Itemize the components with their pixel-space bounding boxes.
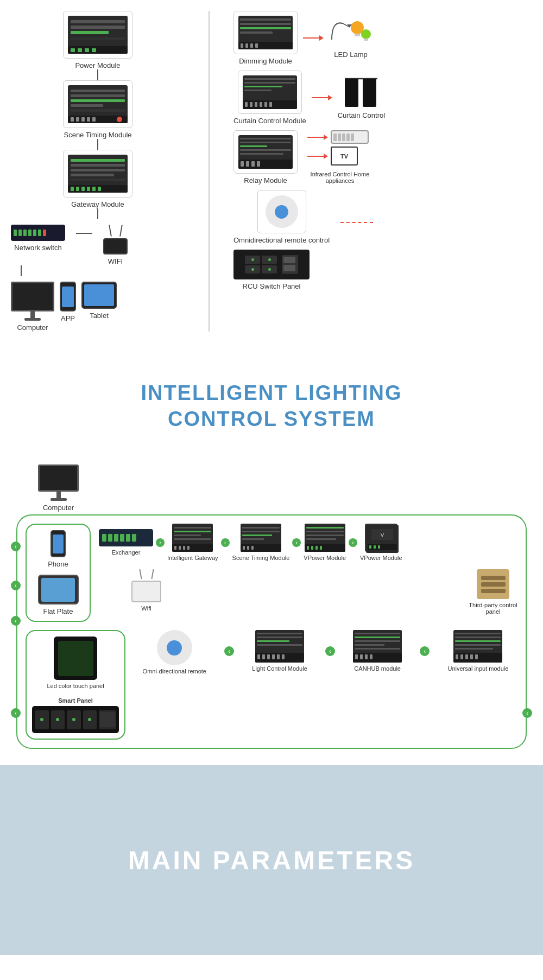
svg-rect-125 xyxy=(282,654,285,659)
outer-green-box: › › ‹ ‹ ‹ Phone xyxy=(16,514,527,749)
svg-rect-38 xyxy=(240,23,291,25)
svg-rect-45 xyxy=(255,43,258,48)
svg-rect-118 xyxy=(257,644,302,646)
svg-point-22 xyxy=(117,117,122,122)
arrow-to-tv xyxy=(307,154,328,159)
svg-text:V: V xyxy=(381,532,384,538)
svg-rect-140 xyxy=(455,640,501,642)
dimming-label: Dimming Module xyxy=(239,57,292,65)
led-color-panel-icon xyxy=(54,637,97,680)
svg-rect-53 xyxy=(244,78,295,80)
ac-row xyxy=(307,130,372,144)
svg-rect-20 xyxy=(87,117,90,122)
canhub-icon xyxy=(353,630,402,663)
svg-rect-6 xyxy=(71,48,75,52)
svg-rect-83 xyxy=(172,544,213,552)
svg-rect-62 xyxy=(264,102,267,107)
led-color-panel-item: Led color touch panel xyxy=(47,637,104,689)
svg-rect-42 xyxy=(241,43,243,48)
arrow-1: › xyxy=(156,538,165,547)
svg-rect-138 xyxy=(455,633,501,634)
ac-icon xyxy=(331,130,369,144)
svg-rect-147 xyxy=(470,654,473,659)
svg-point-48 xyxy=(361,29,371,39)
v-connector-1 xyxy=(97,69,98,80)
svg-rect-102 xyxy=(305,544,345,552)
svg-rect-79 xyxy=(174,527,211,529)
svg-rect-12 xyxy=(71,94,125,97)
svg-rect-17 xyxy=(71,117,74,122)
arrow-3: › xyxy=(292,538,301,547)
smart-panel-title: Smart Panel xyxy=(58,697,93,704)
svg-rect-81 xyxy=(174,534,201,536)
app-item: APP xyxy=(60,282,76,322)
svg-rect-148 xyxy=(475,654,478,659)
svg-rect-28 xyxy=(71,179,125,181)
svg-rect-113 xyxy=(378,545,380,549)
uni-mod-item: Universal input module xyxy=(448,630,509,672)
arrow-to-ac xyxy=(307,135,328,140)
devices-main-row: Exchanger › xyxy=(99,524,517,561)
omni-ild-label: Omni-directional remote xyxy=(143,668,206,674)
v-connector-4 xyxy=(21,265,22,276)
rcu-item: RCU Switch Panel xyxy=(233,250,310,290)
tp-panel-item: Third-party control panel xyxy=(469,569,517,615)
right-content-area: Exchanger › xyxy=(99,524,517,615)
svg-rect-101 xyxy=(306,538,336,540)
omni-ild-icon xyxy=(157,630,192,665)
svg-rect-32 xyxy=(81,187,85,191)
svg-rect-89 xyxy=(242,527,280,529)
smart-panel-icon xyxy=(32,706,119,733)
scene-timing-img xyxy=(63,80,132,128)
wifi-router-icon xyxy=(131,569,161,602)
bottom-left-subgroup: Led color touch panel Smart Panel xyxy=(26,630,125,740)
phone-ild-icon xyxy=(50,530,66,557)
scene-timing-item: Scene Timing Module xyxy=(11,80,185,139)
svg-rect-98 xyxy=(306,527,344,529)
exchanger-icon xyxy=(99,529,153,546)
inner-layout: Phone Flat Plate xyxy=(26,524,517,622)
vpower2-icon: V xyxy=(365,524,397,552)
svg-rect-74 xyxy=(241,161,244,167)
svg-rect-122 xyxy=(267,654,270,659)
curtain-output: Curtain Control xyxy=(338,76,385,119)
omni-img-wrap xyxy=(257,190,306,233)
bottom-section: Led color touch panel Smart Panel xyxy=(26,630,517,740)
clients-row: Computer APP Tablet xyxy=(11,282,185,332)
svg-rect-71 xyxy=(240,149,291,151)
nav-circle-left-mid: › xyxy=(11,581,21,590)
svg-rect-142 xyxy=(455,648,493,650)
tablet-label: Tablet xyxy=(90,311,109,320)
svg-rect-8 xyxy=(85,48,89,52)
svg-rect-82 xyxy=(174,538,211,540)
smart-panel-item: Smart Panel xyxy=(32,695,119,733)
nav-circle-left-bot: ‹ xyxy=(11,616,21,626)
relay-row: Relay Module xyxy=(233,130,532,184)
omni-ild-item: Omni-directional remote xyxy=(143,630,206,674)
uni-mod-icon xyxy=(453,630,502,663)
gateway-module-img xyxy=(63,150,132,198)
svg-rect-86 xyxy=(183,546,185,550)
svg-rect-103 xyxy=(307,546,309,550)
arrow-to-lamp xyxy=(303,35,324,41)
svg-rect-80 xyxy=(174,531,211,532)
dotted-line xyxy=(340,222,373,223)
gateway-module-item: Gateway Module xyxy=(11,150,185,208)
svg-rect-25 xyxy=(71,164,125,167)
relay-module-img xyxy=(233,130,298,174)
svg-rect-4 xyxy=(71,37,125,40)
antennas xyxy=(140,569,153,579)
svg-rect-90 xyxy=(242,531,280,532)
v-connector-2 xyxy=(97,139,98,150)
svg-rect-124 xyxy=(277,654,280,659)
curtain-module-img xyxy=(238,71,302,114)
tp-panel-icon xyxy=(477,569,509,599)
uni-mod-label: Universal input module xyxy=(448,665,509,672)
vpower1-item: VPower Module xyxy=(304,524,346,561)
svg-rect-44 xyxy=(250,43,253,48)
infrared-label: Infrared Control Home appliances xyxy=(307,171,372,184)
bottom-modules-row: Omni-directional remote ‹ xyxy=(134,630,517,674)
svg-rect-54 xyxy=(244,82,295,84)
antenna-left xyxy=(109,225,112,237)
svg-rect-70 xyxy=(240,145,267,147)
